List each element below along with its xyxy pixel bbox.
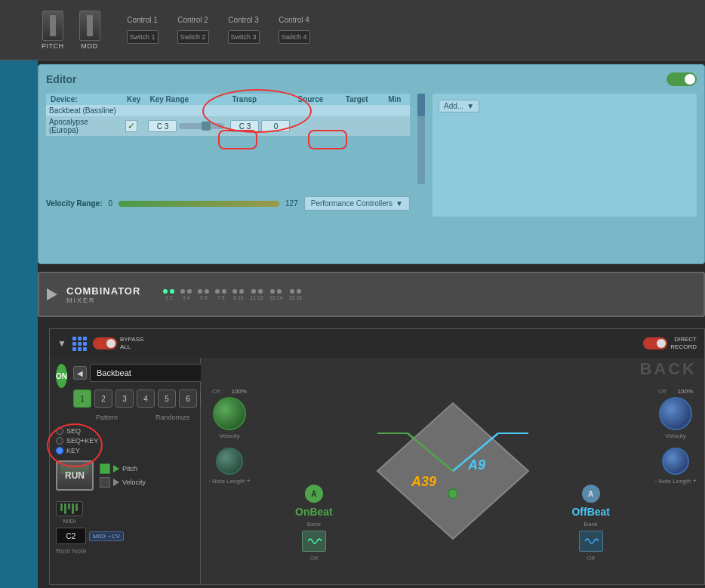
seq-label: SEQ (66, 427, 81, 435)
led-label-5: 9 10 (233, 295, 244, 300)
editor-toggle[interactable] (667, 72, 697, 86)
dropdown-arrow-icon[interactable]: ▼ (57, 338, 66, 349)
checkbox-cell[interactable]: ✓ (122, 116, 145, 136)
led-group-5: 9 10 (232, 289, 244, 300)
led-label-3: 5 6 (200, 295, 208, 300)
editor-section: Editor Device: Key Key Range Transp Sour… (38, 64, 705, 264)
off-onbeat-label: Off (310, 555, 319, 562)
offbeat-wave-icon[interactable] (579, 531, 603, 552)
left-velocity-knob[interactable] (213, 397, 246, 430)
toggle-circle (685, 74, 695, 85)
run-button[interactable]: RUN (56, 460, 94, 491)
note-length-left-label: Note Length (212, 478, 245, 485)
led-7b (277, 289, 282, 294)
table-row: Apocalypse (Europa) ✓ C 3 (46, 116, 410, 136)
switch-2-btn[interactable]: Switch 2 (177, 30, 209, 44)
velocity-range-label: Velocity Range: (46, 199, 102, 208)
pitch-triangle-icon (113, 465, 119, 473)
col-target: Target (341, 94, 383, 105)
combinator-title: COMBINATOR (66, 285, 140, 297)
device-name-2: Apocalypse (Europa) (46, 116, 122, 136)
performance-controllers-btn[interactable]: Performance Controllers ▼ (304, 196, 410, 211)
seq-key-radio[interactable] (56, 437, 63, 445)
left-note-length-knob[interactable] (216, 448, 243, 475)
mod-label: MOD (81, 42, 98, 50)
led-8a (290, 289, 294, 294)
back-watermark: BACK (639, 359, 697, 379)
range-slider[interactable] (179, 123, 224, 129)
midi-btn[interactable] (56, 501, 83, 516)
combinator-header: COMBINATOR MIXER 1 2 3 4 (39, 273, 703, 316)
right-velocity-knob[interactable] (659, 397, 692, 430)
velocity-check[interactable] (100, 477, 110, 488)
pitch-toggle: Pitch (100, 463, 146, 474)
table-row: Backbeat (Bassline) (46, 105, 410, 116)
key-from-input[interactable]: C 3 (148, 120, 177, 132)
led-3b (205, 289, 209, 294)
switch-1-btn[interactable]: Switch 1 (127, 30, 159, 44)
transp-from-input[interactable]: C 3 (230, 120, 259, 132)
bypass-switch[interactable] (93, 337, 117, 349)
pattern-btn-1[interactable]: 1 (73, 389, 91, 408)
pitch-mod-section: PITCH MOD (42, 11, 100, 50)
source-dropdown[interactable]: Add... ▼ (439, 100, 479, 112)
led-2a (180, 289, 185, 294)
grid-icon[interactable] (72, 337, 87, 351)
source-arrow-icon: ▼ (466, 102, 474, 110)
pattern-btn-5[interactable]: 5 (158, 389, 176, 408)
seq-key-section: SEQ SEQ+KEY KEY (56, 427, 194, 454)
led-4a (215, 289, 220, 294)
arrow-left-btn[interactable]: ◀ (73, 366, 87, 380)
pitch-check[interactable] (100, 463, 110, 474)
led-label-8: 15 16 (288, 295, 302, 300)
right-note-length-knob[interactable] (662, 448, 689, 475)
velocity-slider[interactable] (119, 201, 279, 207)
key-option: KEY (56, 447, 194, 454)
pattern-btn-3[interactable]: 3 (115, 389, 134, 408)
control-group-2: Control 2 Switch 2 (177, 16, 209, 44)
device-body: ON ◀ Backbeat ▶ 1 2 3 (50, 358, 704, 584)
off-right-label: Off (658, 388, 667, 395)
left-blue-bar (0, 0, 38, 588)
key-radio[interactable] (56, 447, 63, 454)
led-label-7: 13 14 (269, 295, 283, 300)
minus-left-icon: - (208, 477, 211, 485)
led-groups: 1 2 3 4 5 6 7 (163, 289, 302, 300)
editor-table: Device: Key Key Range Transp Source Targ… (46, 94, 410, 136)
root-note-display[interactable]: C2 (56, 528, 86, 544)
switch-4-btn[interactable]: Switch 4 (279, 30, 310, 44)
plus-right-icon: + (693, 477, 697, 485)
editor-title: Editor (46, 73, 76, 85)
onbeat-section: A OnBeat Bank Off (295, 485, 333, 562)
control-4-label: Control 4 (279, 16, 309, 24)
switch-3-btn[interactable]: Switch 3 (228, 30, 260, 44)
svg-point-5 (448, 489, 457, 498)
control-group-4: Control 4 Switch 4 (279, 16, 310, 44)
switch-3-label: Switch 3 (230, 33, 256, 41)
pitch-knob[interactable] (42, 11, 63, 41)
pattern-label: Pattern (96, 414, 118, 421)
led-1a (163, 289, 168, 294)
vel-min: 0 (108, 199, 112, 208)
midi-cv-badge: MIDI→CV (89, 531, 124, 541)
led-group-4: 7 8 (215, 289, 226, 300)
key-range-cell: C 3 (145, 116, 227, 136)
editor-header: Editor (46, 72, 697, 86)
pattern-btn-2[interactable]: 2 (94, 389, 112, 408)
editor-scrollbar[interactable] (417, 94, 425, 184)
offbeat-bank-btn[interactable]: A (582, 485, 600, 503)
pattern-btn-6[interactable]: 6 (179, 389, 197, 408)
seq-radio[interactable] (56, 427, 63, 435)
direct-record-switch[interactable] (643, 337, 667, 349)
onbeat-wave-icon[interactable] (302, 531, 326, 552)
midi-section: MIDI (56, 497, 83, 525)
pattern-btn-4[interactable]: 4 (137, 389, 155, 408)
onbeat-label: OnBeat (295, 506, 333, 518)
onbeat-bank-btn[interactable]: A (305, 485, 323, 503)
transp-to-input[interactable]: 0 (261, 120, 290, 132)
root-note-label: Root Note (56, 547, 87, 555)
combinator-play-btn[interactable] (47, 288, 59, 300)
power-button[interactable]: ON (56, 364, 67, 388)
mod-knob[interactable] (79, 11, 100, 41)
control-switches: Control 1 Switch 1 Control 2 Switch 2 Co… (115, 16, 322, 44)
